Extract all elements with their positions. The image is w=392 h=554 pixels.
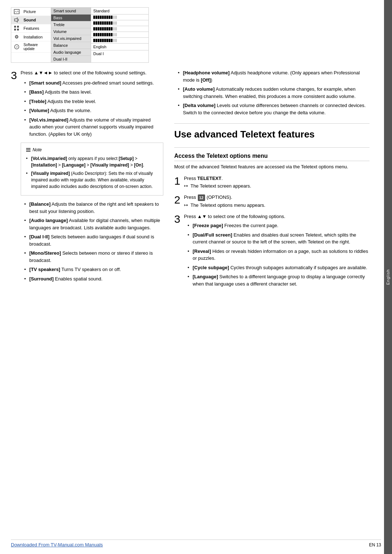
teletext-step-1: 1 Press TELETEXT. The Teletext screen ap… [174,175,369,190]
val-volume-bar [91,26,148,32]
footer-page-number: EN 13 [369,542,381,547]
submenu-volvis: Vol.vis.impaired [51,35,91,42]
list-item: [Dual I-II] Selects between audio langua… [24,233,163,247]
teletext-step-3: 3 Press ▲▼ to select one of the followin… [174,213,369,291]
teletext-step-1-number: 1 [174,175,180,186]
val-bass-bar [91,15,148,20]
note-item: [Visually impaired] (Audio Descriptor): … [26,170,158,190]
options-number-badge: 12 [198,194,205,201]
menu-item-features: Features [11,24,51,33]
submenu-volume: Volume [51,28,91,35]
menu-label-sound: Sound [22,16,51,24]
list-item: [Headphone volume] Adjusts headphone vol… [178,69,369,83]
menu-item-sound: Sound [11,16,51,24]
side-language-tab: English [384,0,392,554]
list-item: [Dual/Full screen] Enables and disables … [188,231,369,246]
footer: Downloaded From TV-Manual.com Manuals EN… [11,539,381,547]
list-item: [Treble] Adjusts the treble level. [24,98,163,105]
teletext-step-1-result: The Teletext screen appears. [184,183,369,189]
menu-label-features: Features [22,25,51,32]
val-standard: Standard [91,8,148,15]
teletext-step-2-number: 2 [174,194,180,205]
teletext-step-2-result: The Teletext options menu appears. [184,202,369,208]
note-box: Note [Vol.vis.imparied] only appears if … [21,143,163,196]
val-audiolang: English [91,44,148,50]
list-item: [Cycle subpage] Cycles through subpages … [188,264,369,271]
footer-link[interactable]: Downloaded From TV-Manual.com Manuals [11,542,103,547]
teletext-step-3-action: Press ▲▼ to select one of the following … [184,213,369,220]
note-icon [26,148,30,152]
list-item: [TV speakers] Turns TV speakers on or of… [24,266,163,273]
submenu-dual: Dual I-II [51,56,91,62]
list-item: [Freeze page] Freezes the current page. [188,222,369,229]
list-item: [Vol.vis.impaired] Adjusts the volume of… [24,116,163,138]
teletext-step-2-action: Press 12 (OPTIONS). [184,194,369,201]
step-3-block: 3 Press ▲▼◄► to select one of the follow… [11,69,163,286]
teletext-heading: Use advanced Teletext features [174,129,369,140]
submenu-treble: Treble [51,21,91,28]
teletext-options-list: [Freeze page] Freezes the current page. … [184,222,369,287]
sound-icon [14,17,20,22]
teletext-sub-divider [174,147,369,148]
list-item: [Audio language] Available for digital c… [24,217,163,231]
teletext-desc: Most of the advanced Teletext features a… [174,163,369,171]
side-tab-label: English [386,269,390,285]
step-3-list: [Smart sound] Accesses pre-defined smart… [21,79,163,138]
note-item: [Vol.vis.imparied] only appears if you s… [26,155,158,168]
list-item: [Surround] Enables spatial sound. [24,275,163,283]
submenu-smartsound: Smart sound [51,8,91,15]
list-item: [Balance] Adjusts the balance of the rig… [24,201,163,215]
list-item: [Delta volume] Levels out volume differe… [178,102,369,116]
list-item: [Auto volume] Automatically reduces sudd… [178,86,369,100]
section-divider [174,123,369,124]
menu-item-software: ↺ Software update [11,41,51,53]
list-item: [Reveal] Hides or reveals hidden informa… [188,248,369,262]
val-treble-bar [91,20,148,26]
update-icon: ↺ [14,44,20,50]
list-item: [Mono/Stereo] Selects between mono or st… [24,250,163,264]
list-item: [Bass] Adjusts the bass level. [24,89,163,96]
list-item: [Smart sound] Accesses pre-defined smart… [24,79,163,87]
note-label: Note [33,147,42,153]
right-settings-list: [Headphone volume] Adjusts headphone vol… [174,69,369,116]
submenu-audiolang: Audio language [51,49,91,56]
step-3-number: 3 [11,69,17,81]
list-item: [Volume] Adjusts the volume. [24,107,163,114]
menu-label-software: Software update [22,41,51,52]
submenu-bass: Bass [51,15,91,21]
menu-screenshot: Picture Sound [11,7,149,63]
menu-label-installation: Installation [22,33,51,41]
note-list: [Vol.vis.imparied] only appears if you s… [26,155,158,190]
picture-icon [14,9,20,14]
teletext-subheading: Access the Teletext options menu [174,153,369,161]
val-volvis-bar [91,32,148,38]
teletext-step-1-action: Press TELETEXT. [184,175,369,182]
svg-text:↺: ↺ [16,46,18,48]
list-item: [Language] Switches to a different langu… [188,273,369,287]
menu-item-installation: ⚙ Installation [11,33,51,41]
submenu-balance: Balance [51,42,91,49]
val-dual: Dual I [91,50,148,57]
svg-marker-1 [15,18,17,22]
more-settings-list: [Balance] Adjusts the balance of the rig… [21,201,163,282]
val-balance-bar [91,38,148,44]
menu-label-picture: Picture [22,8,51,15]
menu-item-picture: Picture [11,8,51,16]
teletext-step-2: 2 Press 12 (OPTIONS). The Teletext optio… [174,194,369,209]
step-3-intro: Press ▲▼◄► to select one of the followin… [21,69,163,77]
gear-icon: ⚙ [15,34,19,40]
teletext-step-3-number: 3 [174,213,180,225]
